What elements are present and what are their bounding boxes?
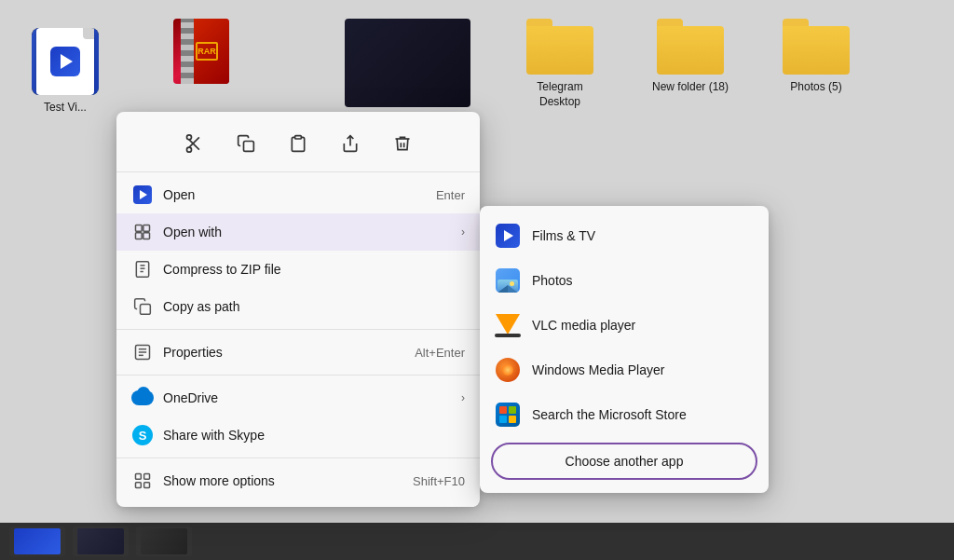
svg-rect-7 bbox=[136, 225, 143, 232]
wmp-icon bbox=[495, 357, 521, 383]
onedrive-label: OneDrive bbox=[163, 390, 454, 405]
compress-label: Compress to ZIP file bbox=[163, 262, 465, 277]
properties-shortcut: Alt+Enter bbox=[415, 346, 465, 360]
menu-divider-1 bbox=[116, 329, 480, 330]
skype-icon: S bbox=[131, 424, 154, 446]
ms-store-icon bbox=[495, 402, 521, 428]
new-folder-label: New folder (18) bbox=[652, 80, 729, 95]
photos-label: Photos bbox=[532, 273, 573, 288]
desktop-item-telegram[interactable]: TelegramDesktop bbox=[526, 19, 593, 109]
menu-item-copy-path[interactable]: Copy as path bbox=[116, 288, 480, 325]
svg-point-0 bbox=[187, 147, 192, 152]
open-with-label: Open with bbox=[163, 225, 454, 239]
open-with-icon bbox=[131, 221, 154, 243]
open-with-arrow: › bbox=[461, 225, 465, 239]
svg-rect-21 bbox=[144, 474, 150, 480]
svg-rect-20 bbox=[136, 474, 142, 480]
svg-rect-10 bbox=[143, 233, 150, 239]
submenu-item-vlc[interactable]: VLC media player bbox=[480, 303, 769, 348]
onedrive-icon bbox=[131, 387, 154, 409]
ms-store-label: Search the Microsoft Store bbox=[532, 407, 687, 422]
films-tv-file-label: Test Vi... bbox=[44, 101, 87, 114]
open-shortcut: Enter bbox=[436, 188, 465, 202]
more-options-label: Show more options bbox=[163, 473, 413, 488]
menu-item-more-options[interactable]: Show more options Shift+F10 bbox=[116, 462, 480, 499]
new-folder-icon bbox=[657, 19, 724, 75]
telegram-folder-icon bbox=[526, 19, 593, 75]
svg-rect-9 bbox=[136, 233, 143, 239]
taskbar bbox=[0, 523, 954, 560]
open-icon bbox=[131, 184, 154, 206]
photos-app-icon bbox=[495, 267, 521, 294]
taskbar-thumb-2[interactable] bbox=[73, 526, 129, 556]
desktop: Test Vi... RAR TelegramDesktop bbox=[0, 0, 954, 560]
svg-rect-15 bbox=[141, 305, 151, 315]
menu-item-onedrive[interactable]: OneDrive › bbox=[116, 379, 480, 417]
open-label: Open bbox=[163, 187, 436, 202]
context-menu: Open Enter Open with › bbox=[116, 112, 480, 507]
skype-label: Share with Skype bbox=[163, 428, 465, 443]
desktop-video-thumbnail bbox=[345, 19, 470, 107]
copy-button[interactable] bbox=[229, 127, 263, 160]
menu-item-open[interactable]: Open Enter bbox=[116, 176, 480, 213]
properties-label: Properties bbox=[163, 345, 415, 360]
menu-item-compress[interactable]: Compress to ZIP file bbox=[116, 251, 480, 288]
desktop-item-photos-folder[interactable]: Photos (5) bbox=[783, 19, 850, 93]
choose-app-label: Choose another app bbox=[566, 454, 684, 469]
copy-path-label: Copy as path bbox=[163, 299, 465, 314]
properties-icon bbox=[131, 341, 154, 363]
vlc-label: VLC media player bbox=[532, 318, 635, 333]
onedrive-arrow: › bbox=[461, 391, 465, 404]
svg-rect-8 bbox=[143, 225, 150, 232]
desktop-item-films-tv[interactable]: Test Vi... bbox=[28, 28, 102, 114]
share-button[interactable] bbox=[334, 127, 367, 160]
desktop-item-winrar[interactable]: RAR bbox=[168, 19, 235, 93]
submenu-item-films-tv[interactable]: Films & TV bbox=[480, 213, 769, 258]
copy-path-icon bbox=[131, 295, 154, 318]
submenu: Films & TV Photos bbox=[480, 206, 769, 493]
menu-item-open-with[interactable]: Open with › Films & TV bbox=[116, 213, 480, 251]
taskbar-thumb-1[interactable] bbox=[9, 526, 65, 556]
context-menu-toolbar bbox=[116, 119, 480, 172]
more-options-icon bbox=[131, 470, 154, 492]
desktop-item-new-folder[interactable]: New folder (18) bbox=[652, 19, 729, 95]
svg-rect-23 bbox=[144, 483, 150, 488]
more-options-shortcut: Shift+F10 bbox=[413, 474, 465, 488]
wmp-label: Windows Media Player bbox=[532, 362, 664, 377]
cut-button[interactable] bbox=[177, 127, 211, 160]
films-tv-icon bbox=[495, 223, 521, 249]
photos-folder-icon bbox=[783, 19, 850, 75]
svg-rect-11 bbox=[136, 262, 148, 278]
films-tv-label: Films & TV bbox=[532, 228, 595, 243]
svg-rect-5 bbox=[295, 136, 302, 139]
submenu-item-choose-app[interactable]: Choose another app bbox=[491, 443, 757, 480]
paste-button[interactable] bbox=[281, 127, 315, 160]
menu-item-skype[interactable]: S Share with Skype bbox=[116, 417, 480, 454]
telegram-folder-label: TelegramDesktop bbox=[537, 80, 582, 109]
svg-rect-4 bbox=[244, 142, 254, 152]
submenu-item-photos[interactable]: Photos bbox=[480, 258, 769, 303]
photos-folder-label: Photos (5) bbox=[790, 80, 841, 93]
delete-button[interactable] bbox=[386, 127, 419, 160]
taskbar-thumb-3[interactable] bbox=[136, 526, 192, 556]
compress-icon bbox=[131, 258, 154, 280]
submenu-item-ms-store[interactable]: Search the Microsoft Store bbox=[480, 392, 769, 437]
svg-rect-22 bbox=[136, 483, 142, 488]
menu-divider-3 bbox=[116, 458, 480, 458]
submenu-item-wmp[interactable]: Windows Media Player bbox=[480, 348, 769, 392]
menu-divider-2 bbox=[116, 375, 480, 376]
films-tv-file-icon bbox=[32, 28, 99, 95]
vlc-icon bbox=[495, 312, 521, 338]
menu-item-properties[interactable]: Properties Alt+Enter bbox=[116, 334, 480, 371]
svg-point-1 bbox=[187, 135, 192, 140]
